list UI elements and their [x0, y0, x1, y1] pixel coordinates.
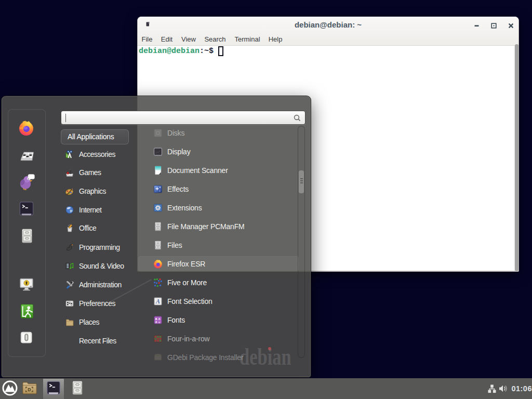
svg-text:a: a: [158, 320, 160, 324]
svg-text:a: a: [155, 320, 157, 324]
svg-text:D: D: [28, 387, 31, 392]
svg-text:A: A: [155, 298, 160, 305]
